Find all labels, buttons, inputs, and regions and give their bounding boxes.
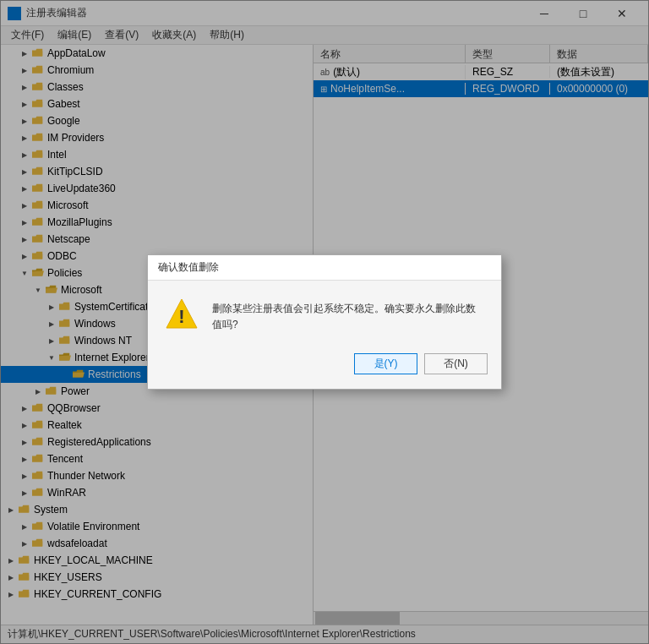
confirm-delete-dialog: 确认数值删除 ! 删除某些注册表值会引起系统不稳定。确实要永久删除此数值吗? 是… (147, 254, 502, 390)
dialog-message: 删除某些注册表值会引起系统不稳定。确实要永久删除此数值吗? (212, 297, 484, 333)
dialog-buttons: 是(Y) 否(N) (148, 347, 501, 388)
dialog-content: ! 删除某些注册表值会引起系统不稳定。确实要永久删除此数值吗? (148, 281, 501, 347)
warning-icon: ! (165, 297, 199, 331)
modal-overlay: 确认数值删除 ! 删除某些注册表值会引起系统不稳定。确实要永久删除此数值吗? 是… (0, 0, 649, 644)
dialog-title-bar: 确认数值删除 (148, 255, 501, 281)
no-button[interactable]: 否(N) (424, 353, 488, 374)
svg-text:!: ! (178, 306, 184, 327)
dialog-title: 确认数值删除 (158, 260, 219, 275)
yes-button[interactable]: 是(Y) (354, 353, 417, 374)
